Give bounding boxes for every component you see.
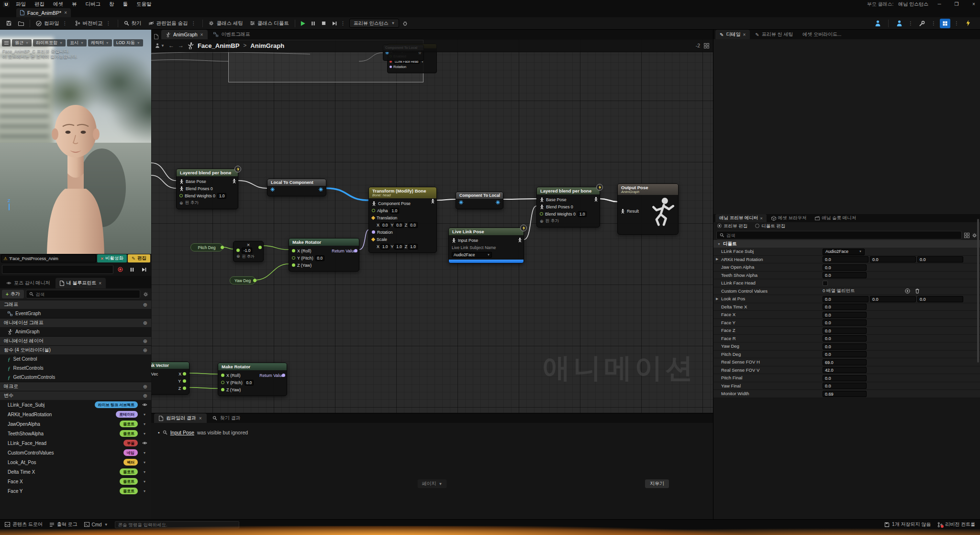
details-scrollbar[interactable] [977,219,979,363]
checkbox[interactable] [823,281,828,286]
value-field[interactable]: 0.0 [823,375,867,381]
node-live-link-pose[interactable]: Live Link Pose Input Pose Live Link Subj… [448,228,524,263]
asset-tab-face-animbp[interactable]: Face_AnimBP* × [16,8,71,17]
value-box[interactable]: 1.0 [578,211,587,217]
node-layered-blend-2[interactable]: Layered blend per bone Base Pose Blend P… [536,187,600,228]
pose-pin-icon[interactable] [518,238,522,242]
add-variable-icon[interactable]: ⊕ [143,393,147,399]
message-link[interactable]: Input Pose [170,430,194,435]
add-function-icon[interactable]: ⊕ [143,347,147,353]
float-pin-icon[interactable] [221,381,224,384]
float-pin-icon[interactable] [183,379,186,383]
class-defaults-button[interactable]: 클래스 디폴트 [246,19,292,28]
add-animgraph-icon[interactable]: ⊕ [143,320,147,326]
value-box[interactable]: 0.0 [245,380,254,386]
value-box[interactable]: 0.0 [315,255,325,261]
editor-mode-grid-button[interactable] [940,19,950,28]
play-to-end-button[interactable] [139,265,149,274]
node-layered-blend-1[interactable]: Layered blend per bone Base Pose Blend P… [176,169,238,209]
transform-pin-icon[interactable] [319,187,323,193]
value-box[interactable]: 1.0 [394,244,404,250]
debug-filter-button[interactable] [399,19,411,28]
value-box[interactable]: -1.0 [242,248,252,253]
section-functions[interactable]: 함수 (4 오버라이더블)⊕ [0,345,151,354]
my-blueprint-search-input[interactable] [35,292,137,297]
find-button[interactable]: 찾기 [121,19,145,28]
menu-file[interactable]: 파일 [11,0,30,8]
persona-preview-icon[interactable] [872,19,883,28]
add-animlayer-icon[interactable]: ⊕ [143,338,147,344]
filter-gear-icon[interactable] [142,292,149,297]
details-search-input[interactable] [726,233,958,238]
add-pin-icon[interactable]: ⊕ [179,201,183,205]
pose-pin-icon[interactable] [431,199,435,204]
close-icon[interactable]: × [64,10,67,15]
add-pin-icon[interactable]: ⊕ [236,254,240,259]
value-field[interactable]: 0.0 [870,256,916,262]
float-pin-icon[interactable] [179,194,183,197]
menu-asset[interactable]: 에셋 [49,0,67,8]
my-blueprint-search[interactable] [26,290,140,298]
radio-default-edit[interactable]: 디폴트 편집 [755,223,785,229]
viewport-lod-button[interactable]: LOD 자동▼ [113,39,143,46]
variable-row[interactable]: CustomControlValues네임▾ [0,448,151,457]
kebab-icon[interactable]: ⋮ [953,21,960,26]
value-field[interactable]: 0.69 [823,391,867,397]
animgraph-canvas[interactable]: 애니메이션 Component Pose Enabled LLink Face … [151,39,713,413]
breadcrumb-root[interactable]: Face_AnimBP [198,42,239,49]
float-pin-icon[interactable] [221,374,224,377]
list-item-function[interactable]: ƒResetControls [0,364,151,373]
viewport-perspective-button[interactable]: 원근▼ [12,39,32,46]
float-pin-icon[interactable] [258,246,262,249]
kebab-icon[interactable]: ⋮ [190,21,197,26]
kebab-icon[interactable]: ⋮ [907,21,914,26]
preview-instance-dropdown[interactable]: 프리뷰 인스턴스▼ [349,19,400,28]
value-field[interactable]: 0.0 [823,328,867,334]
class-settings-button[interactable]: 클래스 세팅 [205,19,246,28]
value-field[interactable]: 0.0 [917,256,963,262]
list-item-eventgraph[interactable]: EventGraph [0,309,151,318]
content-drawer-button[interactable]: 콘텐츠 드로어 [5,521,43,528]
value-box[interactable]: 0.0 [408,222,418,228]
pose-pin-icon[interactable] [594,197,598,202]
menu-debug[interactable]: 디버그 [81,0,105,8]
graph-nav-dropdown[interactable]: ▼ [155,43,165,48]
node-local-to-component[interactable]: Local To Component [267,179,326,196]
rotator-pin-icon[interactable] [372,230,375,234]
console-command-input[interactable] [118,522,236,527]
compiler-message[interactable]: • Input Pose was visible but ignored [151,423,713,442]
stop-button[interactable] [319,19,329,28]
add-button[interactable]: +추가 [2,290,24,298]
persona-mesh-icon[interactable] [894,19,904,28]
kebab-icon[interactable]: ⋮ [105,21,112,26]
details-search[interactable] [716,231,962,239]
disable-postprocess-button[interactable]: ×비활성화 [97,254,127,262]
pose-pin-icon[interactable] [372,201,376,206]
viewport-search-input[interactable] [2,265,113,274]
gear-icon[interactable] [972,233,977,238]
kebab-icon[interactable]: ⋮ [62,21,68,26]
trash-icon[interactable] [915,288,920,295]
float-pin-icon[interactable] [292,263,295,267]
parent-class-value[interactable]: 애님 인스턴스 [898,1,928,8]
menu-help[interactable]: 도움말 [132,0,156,8]
pose-pin-icon[interactable] [452,238,456,243]
float-pin-icon[interactable] [221,388,224,391]
skip-button[interactable] [329,19,340,28]
value-box[interactable]: 0.0 [394,222,404,228]
menu-tools[interactable]: 툴 [119,0,133,8]
variable-row[interactable]: LLink_Face_Subj라이브 링크 서브젝트 [0,400,151,410]
node-make-rotator-2[interactable]: Make Rotator X (Roll)Return Value Y (Pit… [218,363,287,396]
float-pin-icon[interactable] [372,209,375,212]
eye-icon[interactable] [141,403,148,407]
tab-details[interactable]: ✎디테일× [715,30,750,39]
tab-anim-preview-editor[interactable]: 애님 프리뷰 에디터× [715,214,767,222]
tab-my-blueprint[interactable]: 내 블루프린트 × [56,278,106,288]
close-icon[interactable]: × [743,32,746,37]
edit-postprocess-button[interactable]: ✎편집 [128,254,150,262]
value-field[interactable]: 0.0 [823,319,867,326]
value-field[interactable]: 0.0 [823,351,867,357]
chevron-down-icon[interactable]: ▾ [141,412,148,417]
node-output-pose[interactable]: Output PoseAnimGraph Result [617,183,679,235]
section-macros[interactable]: 매크로⊕ [0,382,151,391]
